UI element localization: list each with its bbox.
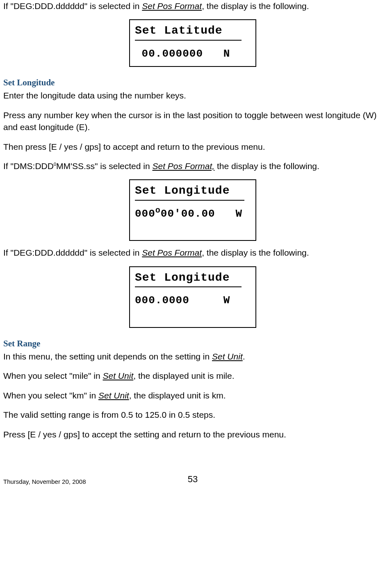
text: The valid setting range is from 0.5 to 1…: [3, 409, 382, 421]
intro-paragraph: If "DEG:DDD.dddddd" is selected in Set P…: [3, 0, 382, 12]
text: .: [243, 352, 245, 361]
text: Press [E / yes / gps] to accept the sett…: [3, 428, 382, 440]
text: When you select "mile" in: [3, 371, 103, 380]
text: , the displayed unit is mile.: [133, 371, 234, 380]
set-unit-link: Set Unit: [98, 391, 129, 400]
set-pos-format-link: Set Pos Format: [142, 1, 202, 11]
footer-date: Thursday, November 20, 2008: [3, 477, 86, 486]
text: When you select "km" in Set Unit, the di…: [3, 389, 382, 401]
text: Then press [E / yes / gps] to accept and…: [3, 141, 382, 153]
text: In this menu, the setting unit depends o…: [3, 352, 212, 361]
set-unit-link: Set Unit: [103, 371, 134, 380]
lcd-title: Set Longitude: [135, 183, 244, 200]
text: If "DMS:DDD: [3, 161, 54, 171]
text: , the display is the following.: [202, 248, 309, 257]
text: When you select "km" in: [3, 391, 98, 400]
set-pos-format-link: Set Pos Format,: [152, 161, 214, 171]
text: , the display is the following.: [202, 1, 309, 11]
text: If "DMS:DDD0MM'SS.ss" is selected in Set…: [3, 160, 382, 172]
set-pos-format-link: Set Pos Format: [142, 248, 202, 257]
text: If "DEG:DDD.dddddd" is selected in: [3, 248, 142, 257]
lcd-value: 000o00'00.00 W: [135, 206, 251, 221]
text: Press any number key when the cursor is …: [3, 109, 382, 133]
page-footer: Thursday, November 20, 2008 53: [3, 477, 382, 486]
text: , the displayed unit is km.: [129, 391, 226, 400]
text: the display is the following.: [214, 161, 319, 171]
page-number: 53: [188, 473, 198, 486]
heading-set-longitude: Set Longitude: [3, 77, 382, 89]
text: If "DEG:DDD.dddddd" is selected in: [3, 1, 142, 11]
lcd-display-longitude-deg: Set Longitude 000.0000 W: [129, 266, 256, 328]
lcd-title: Set Longitude: [135, 270, 242, 287]
text: If "DEG:DDD.dddddd" is selected in Set P…: [3, 247, 382, 259]
lcd-value: 000.0000 W: [135, 293, 251, 308]
text: MM'SS.ss" is selected in: [56, 161, 152, 171]
degree-symbol: o: [155, 206, 161, 215]
lcd-value: 00.000000 N: [135, 46, 251, 61]
text: When you select "mile" in Set Unit, the …: [3, 370, 382, 382]
text: In this menu, the setting unit depends o…: [3, 350, 382, 362]
text: Enter the longitude data using the numbe…: [3, 89, 382, 101]
set-unit-link: Set Unit: [212, 352, 243, 361]
heading-set-range: Set Range: [3, 338, 382, 350]
lcd-display-longitude-dms: Set Longitude 000o00'00.00 W: [129, 179, 256, 241]
lcd-display-latitude-deg: Set Latitude 00.000000 N: [129, 19, 256, 67]
lcd-title: Set Latitude: [135, 23, 242, 40]
